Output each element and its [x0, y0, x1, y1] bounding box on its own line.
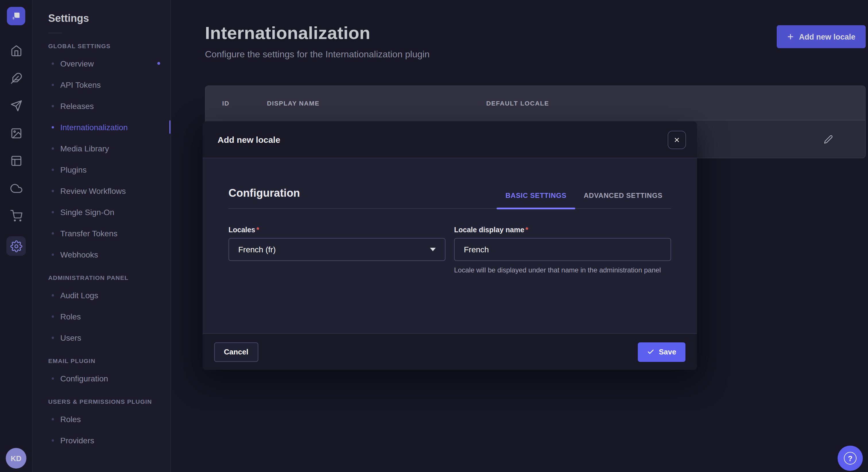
display-name-hint: Locale will be displayed under that name…: [454, 266, 671, 276]
configuration-title: Configuration: [228, 187, 300, 208]
locale-form-row: Locales* French (fr) Locale display name…: [228, 226, 671, 276]
app-window: KD Settings GLOBAL SETTINGS Overview API…: [0, 0, 868, 472]
tab-label: BASIC SETTINGS: [505, 192, 567, 200]
locales-label: Locales*: [228, 226, 445, 234]
close-icon: [673, 136, 680, 143]
display-name-input[interactable]: [454, 238, 671, 261]
cancel-button[interactable]: Cancel: [214, 342, 258, 362]
locales-field: Locales* French (fr): [228, 226, 445, 276]
modal-header: Add new locale: [203, 122, 697, 158]
locales-label-text: Locales: [228, 226, 255, 234]
display-name-label: Locale display name*: [454, 226, 671, 234]
modal-title: Add new locale: [218, 135, 280, 144]
required-mark: *: [526, 226, 528, 234]
question-mark-icon: ?: [844, 452, 857, 465]
display-name-field: Locale display name* Locale will be disp…: [454, 226, 671, 276]
modal-close-button[interactable]: [668, 131, 686, 149]
chevron-down-icon: [430, 248, 436, 251]
modal-tabs: BASIC SETTINGS ADVANCED SETTINGS: [497, 192, 671, 208]
display-name-label-text: Locale display name: [454, 226, 524, 234]
locales-select[interactable]: French (fr): [228, 238, 445, 261]
modal-footer: Cancel Save: [203, 333, 697, 370]
check-icon: [647, 348, 654, 356]
tab-label: ADVANCED SETTINGS: [584, 192, 662, 200]
tab-basic-settings[interactable]: BASIC SETTINGS: [497, 192, 575, 208]
help-button[interactable]: ?: [838, 446, 863, 471]
configuration-header-row: Configuration BASIC SETTINGS ADVANCED SE…: [228, 187, 671, 209]
save-button[interactable]: Save: [638, 342, 685, 362]
modal-body: Configuration BASIC SETTINGS ADVANCED SE…: [203, 158, 697, 333]
add-locale-modal: Add new locale Configuration BASIC SETTI…: [203, 122, 697, 370]
required-mark: *: [256, 226, 259, 234]
locales-select-value: French (fr): [238, 245, 276, 254]
tab-advanced-settings[interactable]: ADVANCED SETTINGS: [575, 192, 671, 208]
save-label: Save: [659, 347, 676, 356]
